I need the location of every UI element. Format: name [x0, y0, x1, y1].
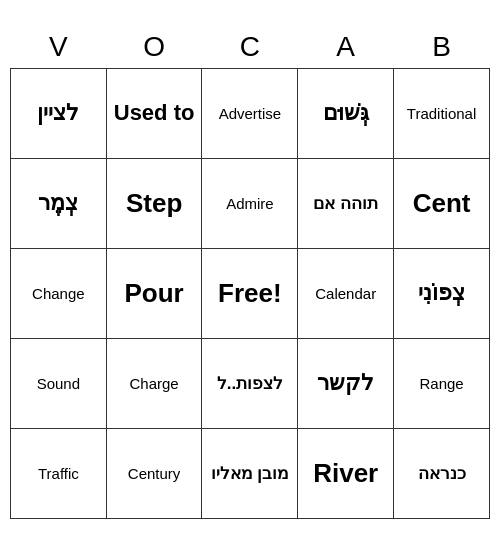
- cell-content: Range: [419, 375, 463, 392]
- cell-content: Charge: [130, 375, 179, 392]
- header-cell: O: [106, 25, 202, 69]
- table-cell: Cent: [394, 159, 490, 249]
- cell-content: לציין: [37, 100, 79, 125]
- table-cell: Pour: [106, 249, 202, 339]
- table-cell: Sound: [11, 339, 107, 429]
- table-cell: River: [298, 429, 394, 519]
- table-cell: Free!: [202, 249, 298, 339]
- table-cell: תוהה אם: [298, 159, 394, 249]
- table-row: לצייןUsed toAdvertiseגְּשׁוּםTraditional: [11, 69, 490, 159]
- table-cell: צְפוֹנִי: [394, 249, 490, 339]
- cell-content: Cent: [413, 188, 471, 218]
- cell-content: Calendar: [315, 285, 376, 302]
- table-cell: Admire: [202, 159, 298, 249]
- table-cell: צְמֶר: [11, 159, 107, 249]
- table-cell: Used to: [106, 69, 202, 159]
- table-cell: Century: [106, 429, 202, 519]
- table-cell: לצפות..ל: [202, 339, 298, 429]
- table-cell: Step: [106, 159, 202, 249]
- cell-content: Free!: [218, 278, 282, 308]
- cell-content: לצפות..ל: [217, 374, 283, 393]
- cell-content: Traffic: [38, 465, 79, 482]
- cell-content: Century: [128, 465, 181, 482]
- cell-content: River: [313, 458, 378, 488]
- header-row: VOCAB: [11, 25, 490, 69]
- table-row: ChangePourFree!Calendarצְפוֹנִי: [11, 249, 490, 339]
- table-cell: Advertise: [202, 69, 298, 159]
- cell-content: Used to: [114, 100, 195, 125]
- cell-content: גְּשׁוּם: [323, 100, 369, 125]
- table-cell: Traditional: [394, 69, 490, 159]
- cell-content: Pour: [124, 278, 183, 308]
- cell-content: Sound: [37, 375, 80, 392]
- table-cell: מובן מאליו: [202, 429, 298, 519]
- cell-content: כנראה: [418, 464, 466, 483]
- cell-content: Advertise: [219, 105, 282, 122]
- table-cell: Calendar: [298, 249, 394, 339]
- cell-content: Change: [32, 285, 85, 302]
- cell-content: צְפוֹנִי: [418, 280, 465, 305]
- header-cell: B: [394, 25, 490, 69]
- header-cell: A: [298, 25, 394, 69]
- table-cell: Range: [394, 339, 490, 429]
- cell-content: צְמֶר: [38, 190, 78, 215]
- table-cell: Charge: [106, 339, 202, 429]
- cell-content: Traditional: [407, 105, 476, 122]
- cell-content: מובן מאליו: [211, 464, 290, 483]
- table-cell: כנראה: [394, 429, 490, 519]
- cell-content: Admire: [226, 195, 274, 212]
- table-cell: לקשר: [298, 339, 394, 429]
- table-row: TrafficCenturyמובן מאליוRiverכנראה: [11, 429, 490, 519]
- header-cell: V: [11, 25, 107, 69]
- table-cell: Change: [11, 249, 107, 339]
- table-row: צְמֶרStepAdmireתוהה אםCent: [11, 159, 490, 249]
- table-cell: לציין: [11, 69, 107, 159]
- bingo-card: VOCAB לצייןUsed toAdvertiseגְּשׁוּםTradi…: [10, 25, 490, 520]
- header-cell: C: [202, 25, 298, 69]
- table-row: SoundChargeלצפות..ללקשרRange: [11, 339, 490, 429]
- table-cell: Traffic: [11, 429, 107, 519]
- cell-content: לקשר: [317, 370, 374, 395]
- cell-content: Step: [126, 188, 182, 218]
- cell-content: תוהה אם: [313, 194, 378, 213]
- table-cell: גְּשׁוּם: [298, 69, 394, 159]
